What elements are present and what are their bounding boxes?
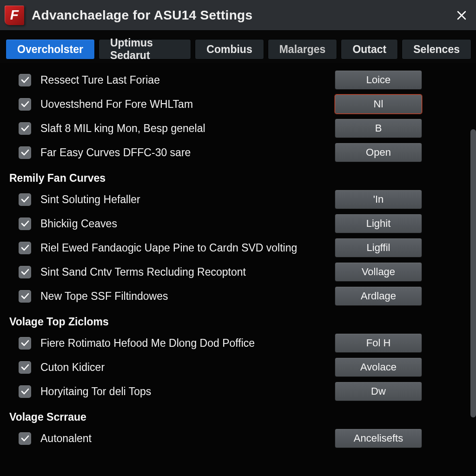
checkmark-icon — [21, 388, 29, 395]
setting-label: Riel Ewed Fandaogic Uape Pine to Cardn S… — [40, 242, 335, 254]
setting-row: Far Easy Curves DFFC-30 sareOpen — [19, 140, 472, 165]
setting-checkbox[interactable] — [19, 290, 31, 303]
setting-value-button[interactable]: Dw — [335, 382, 422, 401]
checkmark-icon — [21, 125, 29, 132]
setting-value-button[interactable]: Ardlage — [335, 286, 422, 306]
settings-panel: Ressect Ture Last ForiaeLoiceUovestshend… — [0, 63, 476, 476]
setting-label: Bhickiìg Ceaves — [40, 218, 335, 230]
setting-value-button[interactable]: Open — [335, 143, 422, 162]
setting-label: Horyitaing Tor deli Tops — [40, 385, 335, 398]
setting-label: Cuton Kidicer — [40, 361, 335, 374]
section-heading: Volage Scrraue — [9, 411, 472, 423]
checkmark-icon — [21, 269, 29, 275]
tab-selences[interactable]: Selences — [402, 39, 471, 60]
setting-value-button[interactable]: Ancelisefts — [335, 429, 422, 448]
tab-overcholster[interactable]: Overcholster — [6, 39, 95, 60]
setting-checkbox[interactable] — [19, 146, 31, 159]
setting-row: Ressect Ture Last ForiaeLoice — [19, 68, 472, 92]
checkmark-icon — [21, 220, 29, 227]
setting-value-button[interactable]: Nl — [335, 94, 422, 114]
checkmark-icon — [21, 340, 29, 346]
close-icon — [456, 10, 467, 20]
checkmark-icon — [21, 435, 29, 442]
scrollbar-thumb[interactable] — [470, 129, 476, 417]
setting-checkbox[interactable] — [19, 242, 31, 254]
section-heading: Volage Top Zicloms — [9, 316, 472, 328]
setting-row: Uovestshend For Fore WHLTamNl — [19, 92, 472, 116]
setting-checkbox[interactable] — [19, 218, 31, 230]
setting-value-button[interactable]: Fol H — [335, 333, 422, 353]
setting-row: Horyitaing Tor deli TopsDw — [19, 379, 472, 403]
tab-combius[interactable]: Combius — [195, 39, 264, 60]
setting-value-button[interactable]: Loice — [335, 70, 422, 90]
checkmark-icon — [21, 293, 29, 299]
setting-row: Sint Sand Cntv Terms Recluding Recoptont… — [19, 260, 472, 284]
setting-row: Bhickiìg CeavesLighit — [19, 212, 472, 236]
setting-checkbox[interactable] — [19, 385, 31, 398]
setting-checkbox[interactable] — [19, 98, 31, 111]
checkmark-icon — [21, 245, 29, 251]
setting-value-button[interactable]: Avolace — [335, 357, 422, 377]
setting-label: Slaft 8 MIL king Mon, Besp genelal — [40, 122, 335, 135]
setting-checkbox[interactable] — [19, 74, 31, 86]
setting-label: Ressect Ture Last Foriae — [40, 74, 335, 86]
setting-row: Sint Soluting Hefaller'In — [19, 187, 472, 212]
section-heading: Remily Fan Curves — [9, 172, 472, 185]
setting-label: Sint Soluting Hefaller — [40, 193, 335, 206]
setting-row: Riel Ewed Fandaogic Uape Pine to Cardn S… — [19, 236, 472, 260]
setting-value-button[interactable]: Lighit — [335, 214, 422, 233]
titlebar: F Advanchaelage for ASU14 Settings — [0, 0, 476, 31]
setting-checkbox[interactable] — [19, 337, 31, 350]
checkmark-icon — [21, 149, 29, 156]
setting-value-button[interactable]: 'In — [335, 190, 422, 209]
app-logo-icon: F — [5, 6, 24, 25]
setting-checkbox[interactable] — [19, 122, 31, 135]
tab-outact[interactable]: Outact — [341, 39, 398, 60]
checkmark-icon — [21, 196, 29, 203]
setting-label: New Tope SSF Filtindowes — [40, 290, 335, 303]
tab-uptimus[interactable]: Uptimus Sedarut — [99, 39, 191, 60]
checkmark-icon — [21, 364, 29, 370]
setting-row: New Tope SSF FiltindowesArdlage — [19, 284, 472, 308]
app-logo-letter: F — [10, 7, 19, 23]
setting-label: Sint Sand Cntv Terms Recluding Recoptont — [40, 266, 335, 278]
setting-value-button[interactable]: B — [335, 119, 422, 138]
setting-row: Slaft 8 MIL king Mon, Besp genelalB — [19, 116, 472, 140]
setting-value-button[interactable]: Vollage — [335, 262, 422, 282]
setting-checkbox[interactable] — [19, 266, 31, 278]
setting-label: Autonalent — [40, 432, 335, 445]
window-title: Advanchaelage for ASU14 Settings — [32, 8, 252, 23]
tab-malarges[interactable]: Malarges — [268, 39, 337, 60]
setting-checkbox[interactable] — [19, 361, 31, 374]
setting-checkbox[interactable] — [19, 432, 31, 445]
setting-row: AutonalentAncelisefts — [19, 426, 472, 450]
setting-label: Fiere Rotimato Hefood Me Dlong Dod Poffi… — [40, 337, 335, 350]
setting-label: Far Easy Curves DFFC-30 sare — [40, 146, 335, 159]
setting-row: Cuton KidicerAvolace — [19, 355, 472, 379]
setting-row: Fiere Rotimato Hefood Me Dlong Dod Poffi… — [19, 331, 472, 355]
setting-label: Uovestshend For Fore WHLTam — [40, 98, 335, 111]
setting-checkbox[interactable] — [19, 193, 31, 206]
checkmark-icon — [21, 77, 29, 83]
setting-value-button[interactable]: Ligffil — [335, 238, 422, 258]
tab-bar: OvercholsterUptimus SedarutCombiusMalarg… — [0, 31, 476, 63]
close-button[interactable] — [454, 7, 469, 23]
checkmark-icon — [21, 101, 29, 107]
